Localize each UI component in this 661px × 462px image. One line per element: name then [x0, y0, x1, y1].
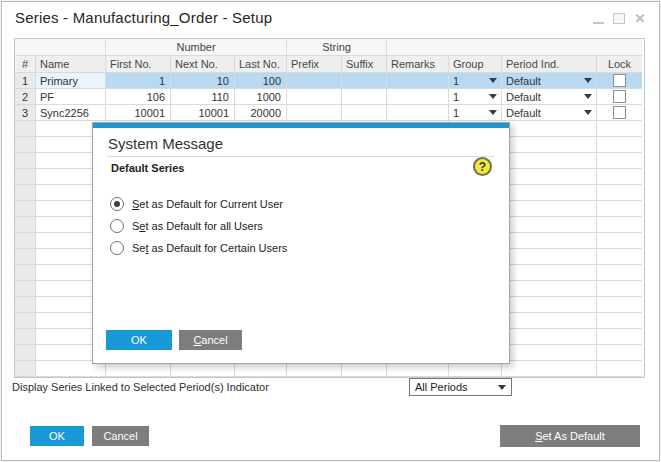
empty-cell	[502, 249, 597, 265]
cell-period-ind[interactable]: Default	[502, 89, 597, 105]
row-number-cell[interactable]: 3	[15, 105, 36, 121]
cell-next-no[interactable]: 10	[171, 73, 235, 89]
column-header-period-ind: Period Ind.	[502, 56, 597, 73]
row-number-cell	[15, 313, 36, 329]
empty-cell	[597, 345, 642, 361]
lock-checkbox[interactable]	[613, 74, 626, 87]
help-button[interactable]: ?	[473, 157, 492, 176]
column-group-string: String	[287, 39, 387, 56]
dialog-accent-bar	[93, 123, 509, 128]
cell-remarks[interactable]	[387, 73, 449, 89]
period-filter-value: All Periods	[415, 381, 468, 393]
column-group-spacer	[15, 39, 106, 56]
cell-suffix[interactable]	[342, 73, 387, 89]
minimize-button[interactable]	[590, 10, 606, 26]
row-number-cell	[15, 265, 36, 281]
row-number-cell	[15, 217, 36, 233]
dialog-cancel-button[interactable]: Cancel	[179, 330, 242, 350]
cancel-button[interactable]: Cancel	[92, 426, 149, 446]
dialog-title-divider	[107, 156, 495, 157]
dialog-ok-button[interactable]: OK	[106, 330, 172, 350]
radio-option-set-as-default-for-certain-users[interactable]: Set as Default for Certain Users	[110, 241, 287, 255]
column-group-number: Number	[106, 39, 287, 56]
lock-checkbox[interactable]	[613, 90, 626, 103]
column-header-row-number: #	[15, 56, 36, 73]
chevron-down-icon	[584, 78, 592, 83]
column-header-lock: Lock	[597, 56, 642, 73]
maximize-button[interactable]	[611, 10, 627, 26]
empty-cell	[502, 329, 597, 345]
period-filter-select[interactable]: All Periods	[409, 378, 512, 396]
empty-cell	[502, 185, 597, 201]
cell-period-ind[interactable]: Default	[502, 73, 597, 89]
cell-prefix[interactable]	[287, 73, 342, 89]
empty-cell	[597, 233, 642, 249]
cell-first-no[interactable]: 1	[106, 73, 171, 89]
cell-suffix[interactable]	[342, 105, 387, 121]
radio-option-set-as-default-for-current-user[interactable]: Set as Default for Current User	[110, 197, 283, 211]
cell-first-no[interactable]: 10001	[106, 105, 171, 121]
cell-name[interactable]: Primary	[36, 73, 106, 89]
cell-lock	[597, 89, 642, 105]
cell-remarks[interactable]	[387, 105, 449, 121]
empty-cell	[502, 265, 597, 281]
radio-option-label: Set as Default for all Users	[132, 220, 263, 232]
question-icon: ?	[479, 160, 486, 174]
minimize-icon	[593, 22, 604, 24]
cell-last-no[interactable]: 20000	[235, 105, 287, 121]
radio-icon[interactable]	[110, 241, 124, 255]
cell-next-no[interactable]: 110	[171, 89, 235, 105]
empty-cell	[597, 281, 642, 297]
cell-last-no[interactable]: 100	[235, 73, 287, 89]
cell-last-no[interactable]: 1000	[235, 89, 287, 105]
row-number-cell	[15, 121, 36, 137]
cell-name[interactable]: Sync2256	[36, 105, 106, 121]
cell-suffix[interactable]	[342, 89, 387, 105]
row-number-cell	[15, 249, 36, 265]
row-number-cell[interactable]: 2	[15, 89, 36, 105]
cell-group[interactable]: 1	[449, 73, 502, 89]
row-number-cell	[15, 153, 36, 169]
cell-remarks[interactable]	[387, 89, 449, 105]
cell-lock	[597, 105, 642, 121]
cell-group[interactable]: 1	[449, 89, 502, 105]
empty-cell	[597, 265, 642, 281]
empty-cell	[502, 233, 597, 249]
empty-cell	[597, 137, 642, 153]
radio-icon[interactable]	[110, 219, 124, 233]
cell-name[interactable]: PF	[36, 89, 106, 105]
radio-icon[interactable]	[110, 197, 124, 211]
dialog-title: System Message	[108, 135, 223, 152]
set-as-default-button[interactable]: Set As Default	[500, 425, 640, 447]
cell-next-no[interactable]: 10001	[171, 105, 235, 121]
row-number-cell[interactable]: 1	[15, 73, 36, 89]
cell-first-no[interactable]: 106	[106, 89, 171, 105]
empty-cell	[597, 329, 642, 345]
ok-button[interactable]: OK	[30, 426, 84, 446]
empty-cell	[502, 345, 597, 361]
column-header-prefix: Prefix	[287, 56, 342, 73]
table-row: #NameFirst No.Next No.Last No.PrefixSuff…	[15, 56, 644, 73]
radio-option-set-as-default-for-all-users[interactable]: Set as Default for all Users	[110, 219, 263, 233]
row-number-cell	[15, 169, 36, 185]
empty-cell	[502, 313, 597, 329]
cell-group[interactable]: 1	[449, 105, 502, 121]
empty-cell	[597, 185, 642, 201]
close-button[interactable]: ✕	[632, 10, 648, 26]
column-header-next-no: Next No.	[171, 56, 235, 73]
lock-checkbox[interactable]	[613, 106, 626, 119]
radio-option-label: Set as Default for Current User	[132, 198, 283, 210]
empty-cell	[502, 201, 597, 217]
empty-cell	[597, 169, 642, 185]
table-row: 1Primary1101001Default	[15, 73, 644, 89]
cell-prefix[interactable]	[287, 105, 342, 121]
chevron-down-icon	[489, 78, 497, 83]
row-number-cell	[15, 185, 36, 201]
maximize-icon	[613, 13, 625, 24]
cell-prefix[interactable]	[287, 89, 342, 105]
cell-period-ind[interactable]: Default	[502, 105, 597, 121]
column-header-remarks: Remarks	[387, 56, 449, 73]
empty-cell	[502, 137, 597, 153]
row-number-cell	[15, 137, 36, 153]
close-icon: ✕	[635, 12, 646, 25]
